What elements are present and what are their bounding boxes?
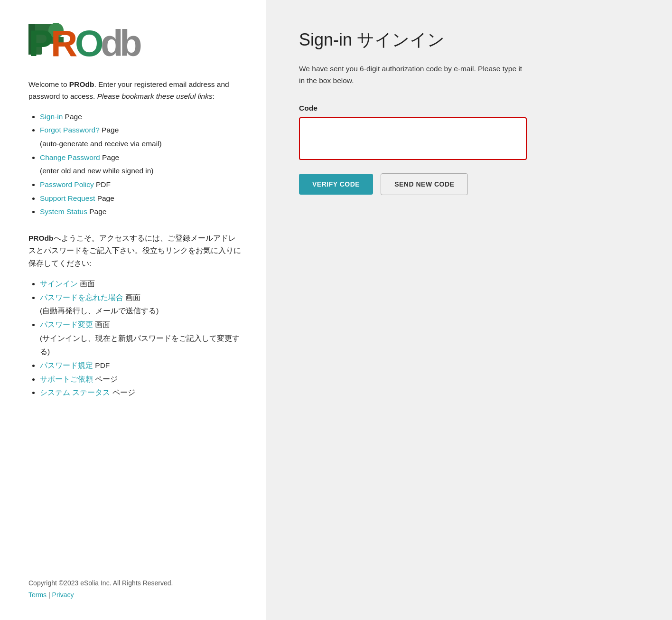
buttons-row: VERIFY CODE SEND NEW CODE [299, 173, 527, 195]
svg-text:P: P [28, 22, 53, 62]
japanese-change-password-link[interactable]: パスワード変更 [40, 320, 93, 329]
signin-title: Sign-in サインイン [299, 28, 644, 52]
list-item: Support Request Page [40, 192, 242, 206]
signin-link[interactable]: Sign-in [40, 113, 63, 121]
footer: Copyright ©2023 eSolia Inc. All Rights R… [28, 577, 242, 601]
forgot-password-link[interactable]: Forgot Password? [40, 126, 100, 134]
support-request-link[interactable]: Support Request [40, 194, 95, 202]
japanese-forgot-password-link[interactable]: パスワードを忘れた場合 [40, 293, 123, 301]
send-new-code-button[interactable]: SEND NEW CODE [381, 173, 468, 195]
list-item: パスワード変更 画面(サインインし、現在と新規パスワードをご記入して変更する) [40, 318, 242, 359]
svg-text:b: b [120, 22, 142, 62]
footer-links: Terms | Privacy [28, 589, 242, 601]
code-label: Code [299, 104, 644, 113]
brand-name-japanese: PROdb [28, 234, 54, 242]
bookmark-note: Please bookmark these useful links [97, 92, 213, 100]
list-item: サインイン 画面 [40, 277, 242, 291]
list-item: システム ステータス ページ [40, 386, 242, 400]
list-item: パスワード規定 PDF [40, 359, 242, 373]
japanese-text: PROdbへようこそ。アクセスするには、ご登録メールアドレスとパスワードをご記入… [28, 232, 242, 270]
list-item: Forgot Password? Page(auto-generate and … [40, 123, 242, 150]
footer-separator: | [48, 591, 52, 599]
password-policy-link[interactable]: Password Policy [40, 180, 94, 188]
japanese-links-list: サインイン 画面 パスワードを忘れた場合 画面(自動再発行し、メールで送信する)… [28, 277, 242, 400]
japanese-support-request-link[interactable]: サポートご依頼 [40, 375, 93, 383]
japanese-system-status-link[interactable]: システム ステータス [40, 388, 110, 396]
terms-link[interactable]: Terms [28, 591, 47, 599]
change-password-link[interactable]: Change Password [40, 153, 100, 161]
prodb-logo: P R O d b [28, 19, 157, 62]
svg-text:O: O [75, 22, 104, 62]
list-item: サポートご依頼 ページ [40, 373, 242, 386]
privacy-link[interactable]: Privacy [52, 591, 74, 599]
welcome-text: Welcome to PROdb. Enter your registered … [28, 79, 242, 103]
code-input[interactable] [299, 117, 527, 160]
list-item: System Status Page [40, 205, 242, 219]
list-item: Sign-in Page [40, 110, 242, 124]
system-status-link[interactable]: System Status [40, 207, 87, 216]
list-item: Change Password Page(enter old and new w… [40, 151, 242, 178]
japanese-signin-link[interactable]: サインイン [40, 280, 78, 288]
right-panel: Sign-in サインイン We have sent you 6-digit a… [266, 0, 672, 620]
logo-area: P R O d b [28, 19, 242, 62]
left-panel: P R O d b Welcome to PROdb. Enter your r… [0, 0, 266, 620]
japanese-password-policy-link[interactable]: パスワード規定 [40, 361, 93, 369]
list-item: Password Policy PDF [40, 178, 242, 192]
brand-name-inline: PROdb [69, 80, 94, 88]
copyright-text: Copyright ©2023 eSolia Inc. All Rights R… [28, 577, 242, 589]
english-links-list: Sign-in Page Forgot Password? Page(auto-… [28, 110, 242, 219]
list-item: パスワードを忘れた場合 画面(自動再発行し、メールで送信する) [40, 291, 242, 318]
svg-text:R: R [51, 22, 77, 62]
signin-description: We have sent you 6-digit authorization c… [299, 63, 527, 87]
verify-code-button[interactable]: VERIFY CODE [299, 174, 373, 195]
